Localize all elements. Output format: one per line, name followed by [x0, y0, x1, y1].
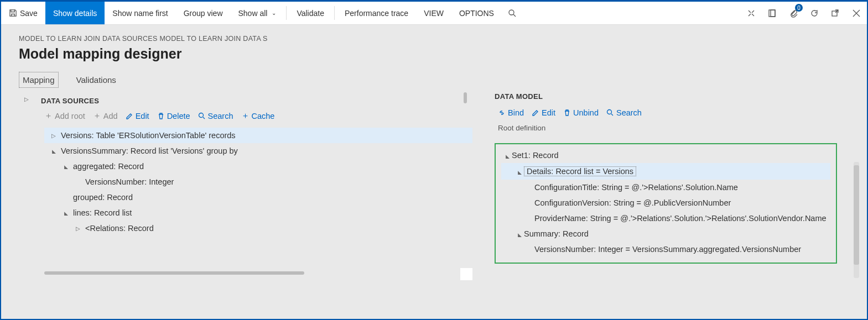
- tree-row[interactable]: <Relations: Record: [44, 221, 472, 236]
- svg-point-7: [607, 110, 611, 114]
- tree-node-label: Set1: Record: [512, 151, 559, 160]
- tree-node-label: VersionsNumber: Integer = VersionsSummar…: [534, 245, 801, 254]
- expand-icon[interactable]: [74, 225, 82, 232]
- tree-node-label: Versions: Table 'ERSolutionVersionTable'…: [61, 131, 236, 140]
- panel-expand-button[interactable]: [24, 96, 29, 102]
- data-model-actions: Bind Edit Unbind Search: [498, 108, 851, 117]
- caret-placeholder: [74, 179, 82, 185]
- tabs: Mapping Validations: [19, 72, 851, 88]
- unbind-button[interactable]: Unbind: [563, 108, 599, 117]
- tree-row[interactable]: grouped: Record: [44, 190, 472, 205]
- tree-row[interactable]: VersionsNumber: Integer: [44, 174, 472, 190]
- options-label: OPTIONS: [459, 9, 494, 18]
- caret-placeholder: [530, 183, 532, 192]
- connect-button[interactable]: [741, 2, 762, 24]
- show-details-button[interactable]: Show details: [45, 2, 105, 24]
- tree-row[interactable]: Versions: Table 'ERSolutionVersionTable'…: [44, 128, 472, 143]
- tree-row[interactable]: Summary: Record: [501, 226, 830, 242]
- save-button[interactable]: Save: [1, 2, 45, 24]
- perf-trace-label: Performance trace: [345, 9, 408, 18]
- collapse-icon[interactable]: [518, 167, 522, 176]
- tree-row[interactable]: VersionsSummary: Record list 'Versions' …: [44, 143, 472, 159]
- search-button[interactable]: Search: [198, 112, 233, 120]
- pencil-icon: [532, 109, 539, 117]
- bind-button[interactable]: Bind: [498, 108, 524, 117]
- separator: [286, 6, 287, 20]
- search-label: Search: [616, 108, 642, 117]
- delete-button[interactable]: Delete: [157, 112, 190, 120]
- breadcrumb: MODEL TO LEARN JOIN DATA SOURCES MODEL T…: [19, 35, 851, 43]
- tree-row[interactable]: Details: Record list = Versions: [501, 163, 830, 180]
- validate-button[interactable]: Validate: [289, 2, 332, 24]
- edit-label: Edit: [136, 112, 149, 120]
- collapse-icon[interactable]: [506, 151, 510, 160]
- add-button[interactable]: ＋ Add: [93, 111, 118, 121]
- tree-node-label: ProviderName: String = @.'>Relations'.So…: [534, 214, 827, 223]
- collapse-icon[interactable]: [518, 229, 522, 238]
- tree-row[interactable]: VersionsNumber: Integer = VersionsSummar…: [501, 242, 830, 257]
- tree-node-label: ConfigurationVersion: String = @.PublicV…: [534, 198, 731, 207]
- search-button[interactable]: [502, 2, 523, 24]
- tree-node-label: grouped: Record: [73, 193, 133, 202]
- scrollbar-corner: [460, 268, 472, 280]
- show-name-first-button[interactable]: Show name first: [105, 2, 175, 24]
- tree-node-label: lines: Record list: [73, 208, 132, 217]
- data-model-header: DATA MODEL: [495, 92, 851, 101]
- refresh-button[interactable]: [804, 2, 825, 24]
- tree-row[interactable]: Set1: Record: [501, 148, 830, 163]
- data-model-tree: Set1: RecordDetails: Record list = Versi…: [495, 143, 837, 264]
- separator: [334, 6, 335, 20]
- group-view-button[interactable]: Group view: [176, 2, 231, 24]
- tree-row[interactable]: ConfigurationVersion: String = @.PublicV…: [501, 195, 830, 211]
- add-root-button[interactable]: ＋ Add root: [44, 111, 85, 121]
- tree-node-label: <Relations: Record: [85, 224, 154, 233]
- collapse-icon[interactable]: [50, 148, 58, 154]
- show-all-dropdown[interactable]: Show all ⌄: [231, 2, 284, 24]
- office-icon: [768, 9, 777, 18]
- cache-button[interactable]: ＋ Cache: [241, 111, 275, 121]
- close-button[interactable]: [846, 2, 867, 24]
- unbind-label: Unbind: [573, 108, 599, 117]
- collapse-icon[interactable]: [62, 209, 70, 216]
- tree-node-label: Details: Record list = Versions: [524, 166, 636, 176]
- root-definition-label: Root definition: [498, 124, 851, 132]
- data-sources-tree: Versions: Table 'ERSolutionVersionTable'…: [44, 128, 472, 236]
- expand-icon[interactable]: [50, 132, 58, 139]
- tab-mapping[interactable]: Mapping: [19, 72, 59, 88]
- search-label: Search: [208, 112, 233, 120]
- tree-node-label: Summary: Record: [524, 229, 589, 238]
- tree-row[interactable]: aggregated: Record: [44, 159, 472, 174]
- data-sources-panel: DATA SOURCES ＋ Add root ＋ Add Edit Delet…: [19, 92, 472, 264]
- office-button[interactable]: [762, 2, 783, 24]
- caret-placeholder: [530, 214, 532, 223]
- tab-validations[interactable]: Validations: [75, 72, 117, 88]
- tree-row[interactable]: ProviderName: String = @.'>Relations'.So…: [501, 211, 830, 226]
- svg-line-1: [513, 14, 516, 17]
- collapse-icon[interactable]: [62, 163, 70, 170]
- performance-trace-button[interactable]: Performance trace: [337, 2, 416, 24]
- edit-button[interactable]: Edit: [126, 112, 149, 120]
- bind-label: Bind: [508, 108, 524, 117]
- caret-placeholder: [62, 194, 70, 201]
- edit-label: Edit: [542, 108, 555, 117]
- horizontal-scrollbar[interactable]: [44, 271, 304, 277]
- save-label: Save: [20, 9, 38, 18]
- link-icon: [498, 109, 506, 117]
- edit-button[interactable]: Edit: [532, 108, 555, 117]
- add-label: Add: [103, 112, 118, 120]
- search-button[interactable]: Search: [606, 108, 642, 117]
- svg-line-6: [203, 117, 205, 119]
- svg-line-8: [611, 114, 613, 116]
- attachments-button[interactable]: 0: [783, 2, 804, 24]
- options-menu[interactable]: OPTIONS: [451, 2, 502, 24]
- tree-node-label: ConfigurationTitle: String = @.'>Relatio…: [534, 183, 738, 192]
- page-title: Model mapping designer: [19, 46, 851, 62]
- tree-node-label: aggregated: Record: [73, 162, 144, 171]
- vertical-scrollbar[interactable]: [464, 92, 469, 103]
- popout-button[interactable]: [825, 2, 846, 24]
- view-menu[interactable]: VIEW: [416, 2, 451, 24]
- tree-row[interactable]: lines: Record list: [44, 205, 472, 221]
- tree-row[interactable]: ConfigurationTitle: String = @.'>Relatio…: [501, 180, 830, 195]
- trash-icon: [157, 112, 165, 120]
- page-scrollbar[interactable]: [854, 162, 859, 278]
